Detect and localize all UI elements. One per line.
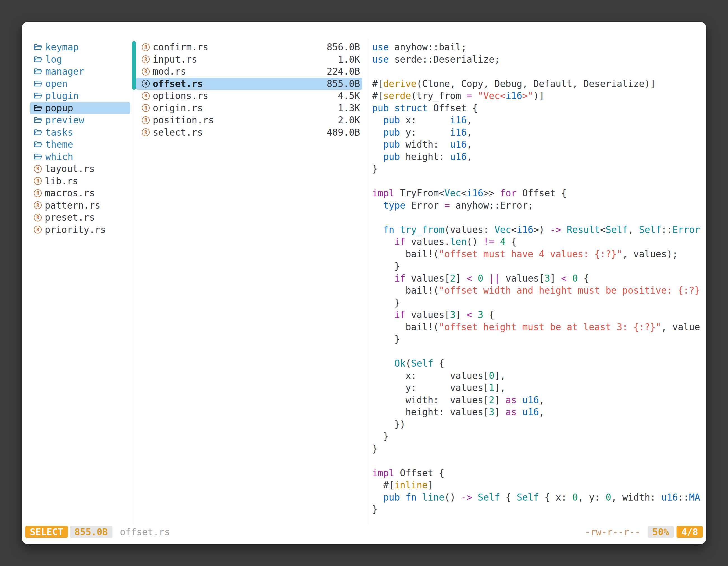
mode-badge: SELECT: [25, 526, 68, 538]
sidebar-item-label: open: [45, 78, 67, 89]
file-name: offset.rs: [153, 78, 203, 89]
sidebar-item-label: preset.rs: [45, 212, 95, 223]
folder-open-icon: [34, 68, 42, 75]
code-line: #[serde(try_from = "Vec<i16>")]: [372, 90, 706, 102]
file-name: confirm.rs: [153, 42, 208, 53]
sidebar-item-macros-rs[interactable]: macros.rs: [30, 187, 130, 200]
code-line: if values[2] < 0 || values[3] < 0 {: [372, 273, 706, 285]
code-line: pub width: u16,: [372, 139, 706, 151]
code-line: bail!("offset must have 4 values: {:?}",…: [372, 248, 706, 261]
sidebar-item-label: log: [45, 54, 62, 65]
sidebar-item-open[interactable]: open: [30, 78, 130, 90]
code-line: bail!("offset height must be at least 3:…: [372, 321, 706, 333]
file-name: options.rs: [153, 90, 208, 101]
file-name: select.rs: [153, 127, 203, 138]
sidebar-item-which[interactable]: which: [30, 151, 130, 163]
sidebar-item-label: lib.rs: [45, 176, 78, 187]
file-row-input-rs[interactable]: input.rs 1.0K: [136, 53, 362, 66]
code-line: [372, 345, 706, 358]
sidebar-item-plugin[interactable]: plugin: [30, 90, 130, 102]
sidebar-item-popup[interactable]: popup: [30, 102, 130, 114]
status-bar-right: -rw-r--r-- 50% 4/8: [585, 526, 703, 538]
file-row-options-rs[interactable]: options.rs 4.5K: [136, 90, 362, 102]
rust-file-icon: [34, 189, 42, 197]
file-row-offset-rs[interactable]: offset.rs 855.0B: [136, 78, 362, 90]
sidebar-item-keymap[interactable]: keymap: [30, 41, 130, 53]
rust-file-icon: [142, 128, 150, 136]
sidebar-item-pattern-rs[interactable]: pattern.rs: [30, 200, 130, 212]
sidebar-item-layout-rs[interactable]: layout.rs: [30, 163, 130, 175]
code-line: }: [372, 163, 706, 175]
code-line: x: values[0],: [372, 370, 706, 382]
sidebar-item-label: keymap: [45, 42, 79, 53]
code-line: }: [372, 333, 706, 345]
file-size: 855.0B: [327, 78, 360, 89]
sidebar-item-label: macros.rs: [45, 188, 95, 199]
code-line: impl Offset {: [372, 467, 706, 479]
file-size: 4.5K: [338, 90, 360, 101]
sidebar-item-label: priority.rs: [45, 224, 106, 235]
sidebar-item-label: manager: [45, 66, 84, 77]
folder-open-icon: [34, 153, 42, 161]
file-name: input.rs: [153, 54, 197, 65]
file-row-position-rs[interactable]: position.rs 2.0K: [136, 114, 362, 126]
code-line: use serde::Deserialize;: [372, 53, 706, 66]
code-line: }: [372, 443, 706, 455]
pane-divider: [369, 39, 369, 524]
code-line: [372, 65, 706, 78]
code-line: pub height: u16,: [372, 151, 706, 163]
current-pane: confirm.rs 856.0B input.rs 1.0K mod.rs 2…: [136, 41, 362, 139]
sidebar-item-label: preview: [45, 115, 84, 126]
sidebar-item-manager[interactable]: manager: [30, 65, 130, 78]
sidebar-item-lib-rs[interactable]: lib.rs: [30, 175, 130, 187]
code-line: if values[3] < 3 {: [372, 309, 706, 321]
folder-open-icon: [34, 43, 42, 51]
file-name: position.rs: [153, 115, 214, 126]
code-line: }: [372, 430, 706, 443]
rust-file-icon: [34, 214, 42, 222]
status-bar: SELECT 855.0B offset.rs -rw-r--r-- 50% 4…: [25, 526, 703, 538]
rust-file-icon: [34, 177, 42, 185]
code-line: }: [372, 297, 706, 309]
sidebar-item-tasks[interactable]: tasks: [30, 126, 130, 139]
parent-pane: keymap log manager open plugin popup pre…: [22, 41, 134, 236]
file-row-confirm-rs[interactable]: confirm.rs 856.0B: [136, 41, 362, 53]
code-line: pub struct Offset {: [372, 102, 706, 114]
code-line: }: [372, 260, 706, 273]
file-size: 2.0K: [338, 115, 360, 126]
code-line: }: [372, 503, 706, 516]
rust-file-icon: [142, 55, 150, 63]
file-row-origin-rs[interactable]: origin.rs 1.3K: [136, 102, 362, 114]
file-row-mod-rs[interactable]: mod.rs 224.0B: [136, 65, 362, 78]
code-line: pub fn line() -> Self { Self { x: 0, y: …: [372, 491, 706, 504]
file-list-scrollbar[interactable]: [132, 41, 136, 90]
sidebar-item-preview[interactable]: preview: [30, 114, 130, 126]
sidebar-item-priority-rs[interactable]: priority.rs: [30, 224, 130, 236]
cursor-position-badge: 4/8: [677, 526, 703, 538]
code-line: pub x: i16,: [372, 114, 706, 126]
sidebar-item-theme[interactable]: theme: [30, 139, 130, 151]
preview-pane[interactable]: use anyhow::bail;use serde::Deserialize;…: [372, 41, 706, 527]
folder-open-icon: [34, 116, 42, 124]
file-row-select-rs[interactable]: select.rs 489.0B: [136, 126, 362, 139]
file-size: 489.0B: [327, 127, 360, 138]
sidebar-item-label: layout.rs: [45, 163, 95, 174]
folder-open-icon: [34, 129, 42, 136]
code-line: width: values[2] as u16,: [372, 394, 706, 406]
rust-file-icon: [34, 226, 42, 234]
code-line: pub y: i16,: [372, 126, 706, 139]
code-line: height: values[3] as u16,: [372, 406, 706, 418]
code-line: [372, 455, 706, 467]
sidebar-item-log[interactable]: log: [30, 53, 130, 66]
scroll-percent-badge: 50%: [648, 526, 674, 538]
sidebar-item-preset-rs[interactable]: preset.rs: [30, 212, 130, 224]
file-name: origin.rs: [153, 103, 203, 114]
file-permissions: -rw-r--r--: [585, 527, 640, 537]
folder-open-icon: [34, 92, 42, 100]
code-line: #[inline]: [372, 479, 706, 491]
file-name: mod.rs: [153, 66, 186, 77]
sidebar-item-label: plugin: [45, 90, 79, 101]
pane-divider: [134, 39, 134, 524]
rust-file-icon: [142, 104, 150, 112]
folder-open-icon: [34, 56, 42, 63]
